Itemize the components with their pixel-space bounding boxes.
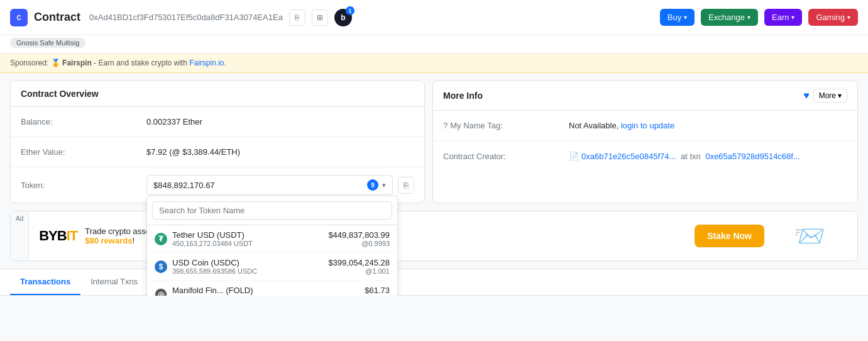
tab-internal-txns[interactable]: Internal Txns — [80, 269, 148, 295]
file-icon: 📄 — [569, 152, 579, 161]
more-info-actions: ♥ More ▾ — [803, 89, 847, 103]
token-main-name: USD Coin (USDC) — [172, 258, 328, 267]
copy-address-button[interactable]: ⎘ — [289, 9, 305, 26]
exchange-button[interactable]: Exchange ▾ — [701, 9, 758, 26]
login-to-update-link[interactable]: login to update — [621, 121, 674, 130]
token-main-name: Tether USD (USDT) — [172, 230, 328, 240]
creator-txn-link[interactable]: 0xe65a57928d9514c68f... — [705, 152, 799, 161]
help-icon: ? — [443, 121, 448, 130]
name-tag-value: Not Available, login to update — [569, 121, 847, 130]
token-amounts: $399,054,245.28 @1.001 — [328, 258, 390, 275]
ad-image: 📨 — [772, 221, 847, 251]
avatar-badge: 1 — [346, 6, 354, 15]
sponsored-text: - Earn and stake crypto with — [94, 59, 189, 67]
token-chevron-icon: ▾ — [382, 181, 386, 189]
token-row: Token: $848,892,170.67 9 ▾ — [11, 167, 424, 203]
earn-button[interactable]: Earn ▾ — [764, 9, 802, 26]
balance-label: Balance: — [21, 117, 146, 126]
token-list: ₮ Tether USD (USDT) 450,163,272.03484 US… — [147, 225, 397, 296]
token-icon-usdt: ₮ — [155, 233, 167, 245]
contract-overview-body: Balance: 0.002337 Ether Ether Value: $7.… — [11, 107, 424, 203]
token-rate: @1.001 — [328, 267, 390, 275]
more-chevron-icon: ▾ — [838, 91, 842, 100]
token-sub-name: 398,655,589.693586 USDC — [172, 267, 328, 275]
token-sub-name: 3 FOLD — [172, 295, 358, 296]
bybit-logo: BYBΙT — [39, 228, 77, 244]
contract-overview-title: Contract Overview — [11, 81, 424, 107]
token-names: Tether USD (USDT) 450,163,272.03484 USDT — [172, 230, 328, 247]
more-info-header: More Info ♥ More ▾ — [433, 81, 857, 111]
balance-row: Balance: 0.002337 Ether — [11, 107, 424, 137]
buy-chevron-icon: ▾ — [684, 14, 687, 21]
gaming-chevron-icon: ▾ — [847, 14, 850, 21]
token-dropdown[interactable]: $848,892,170.67 9 ▾ ₮ Tether USD ( — [146, 175, 393, 195]
token-usd: $61.73 — [358, 286, 390, 295]
avatar[interactable]: b 1 — [334, 9, 352, 26]
token-value: $848,892,170.67 — [153, 181, 363, 190]
more-info-title: More Info — [443, 91, 483, 101]
contract-creator-value: 📄0xa6b71e26c5e0845f74... at txn 0xe65a57… — [569, 152, 847, 161]
token-search-container — [147, 196, 397, 225]
contract-type-badge: Gnosis Safe Multisig — [10, 38, 85, 48]
name-tag-label: My Name Tag: — [450, 121, 503, 130]
ad-banner: Ad BYBΙT Trade crypto assets with Bybit … — [10, 211, 858, 261]
more-dropdown-button[interactable]: More ▾ — [813, 89, 847, 103]
ether-value-label: Ether Value: — [21, 147, 146, 157]
logo-icon: C — [10, 9, 28, 26]
sponsored-emoji: 🏅 — [51, 59, 62, 67]
token-amounts: $61.73 @20.5756 — [358, 286, 390, 296]
token-icon-fold: ◎ — [155, 288, 167, 296]
main-content: Contract Overview Balance: 0.002337 Ethe… — [0, 73, 868, 211]
balance-value: 0.002337 Ether — [146, 117, 414, 126]
ether-value-row: Ether Value: $7.92 (@ $3,389.44/ETH) — [11, 137, 424, 167]
ether-value: $7.92 (@ $3,389.44/ETH) — [146, 147, 414, 157]
token-list-item[interactable]: ◎ Manifold Fin... (FOLD) 3 FOLD $61.73 @… — [147, 281, 397, 296]
token-names: USD Coin (USDC) 398,655,589.693586 USDC — [172, 258, 328, 275]
sponsored-brand: Fairspin — [62, 59, 92, 67]
name-tag-row: ? My Name Tag: Not Available, login to u… — [433, 111, 857, 141]
contract-creator-label: Contract Creator: — [443, 152, 569, 161]
stake-now-button[interactable]: Stake Now — [695, 225, 764, 247]
creator-address-link[interactable]: 0xa6b71e26c5e0845f74... — [581, 152, 676, 161]
token-names: Manifold Fin... (FOLD) 3 FOLD — [172, 286, 358, 296]
token-amounts: $449,837,803.99 @0.9993 — [328, 230, 390, 247]
avatar-letter: b — [341, 13, 345, 22]
ad-suffix: ! — [132, 236, 135, 245]
token-rate: @20.5756 — [358, 295, 390, 296]
subheader: Gnosis Safe Multisig — [0, 35, 868, 53]
token-search-input[interactable] — [152, 201, 392, 220]
token-usd: $399,054,245.28 — [328, 258, 390, 267]
token-icon-usdc: $ — [155, 260, 167, 273]
more-info-card: More Info ♥ More ▾ ? My Name Tag: Not Av… — [432, 81, 858, 203]
token-count-badge: 9 — [367, 179, 378, 191]
exchange-chevron-icon: ▾ — [747, 14, 750, 21]
bybit-accent: ΙT — [67, 228, 78, 243]
token-label: Token: — [21, 181, 146, 190]
token-list-item[interactable]: $ USD Coin (USDC) 398,655,589.693586 USD… — [147, 253, 397, 281]
copy-token-button[interactable]: ⎘ — [398, 177, 414, 194]
at-txn-text: at txn — [681, 152, 703, 161]
token-main-name: Manifold Fin... (FOLD) — [172, 286, 358, 295]
page-title: Contract — [34, 11, 80, 24]
token-list-item[interactable]: ₮ Tether USD (USDT) 450,163,272.03484 US… — [147, 225, 397, 253]
svg-text:C: C — [16, 14, 21, 21]
gaming-button[interactable]: Gaming ▾ — [808, 9, 858, 26]
token-dropdown-panel: ₮ Tether USD (USDT) 450,163,272.03484 US… — [146, 196, 398, 296]
sponsored-label: Sponsored: — [10, 59, 48, 67]
header: C Contract 0xAd41BD1cf3Fd753017Ef5c0da8d… — [0, 0, 868, 35]
token-rate: @0.9993 — [328, 240, 390, 247]
favorite-button[interactable]: ♥ — [803, 90, 810, 101]
ad-label: Ad — [11, 211, 29, 260]
grid-view-button[interactable]: ⊞ — [312, 9, 328, 26]
sponsored-link[interactable]: Fairspin.io. — [189, 59, 226, 67]
buy-button[interactable]: Buy ▾ — [660, 9, 695, 26]
contract-creator-row: Contract Creator: 📄0xa6b71e26c5e0845f74.… — [433, 141, 857, 171]
token-sub-name: 450,163,272.03484 USDT — [172, 240, 328, 247]
tab-transactions[interactable]: Transactions — [10, 269, 80, 295]
sponsored-bar: Sponsored: 🏅 Fairspin - Earn and stake c… — [0, 53, 868, 73]
more-info-body: ? My Name Tag: Not Available, login to u… — [433, 111, 857, 171]
token-select-container: $848,892,170.67 9 ▾ ₮ Tether USD ( — [146, 175, 414, 195]
ad-reward: $80 rewards — [85, 236, 132, 245]
contract-address: 0xAd41BD1cf3Fd753017Ef5c0da8dF31A3074EA1… — [89, 13, 283, 22]
earn-chevron-icon: ▾ — [791, 14, 794, 21]
